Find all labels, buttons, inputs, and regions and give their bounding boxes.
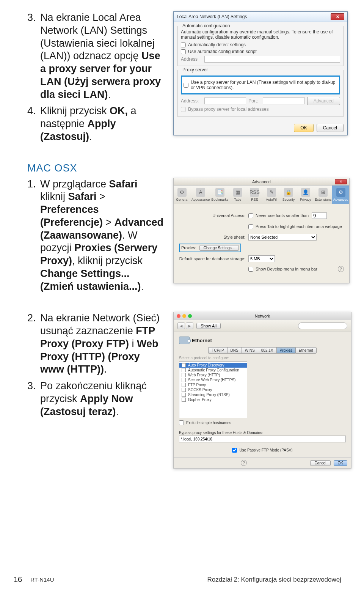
network-prefs-window: Network ◄ ► Show All Ethernet TCP/IPDNSW…	[173, 312, 351, 469]
auto-config-desc: Automatic configuration may override man…	[181, 29, 340, 40]
prefs-tab-autofill[interactable]: ✎AutoFill	[263, 186, 280, 204]
search-input[interactable]	[298, 322, 347, 329]
nav-buttons[interactable]: ◄ ►	[177, 322, 193, 329]
auto-script-address-input	[204, 56, 340, 63]
prefs-tab-general[interactable]: ⚙General	[174, 186, 191, 204]
close-icon[interactable]: ✕	[335, 179, 347, 184]
model-name: RT-N14U	[30, 576, 54, 583]
privacy-icon: 👤	[301, 188, 310, 197]
prefs-tab-appearance[interactable]: AAppearance	[191, 186, 211, 204]
proxies-label: Proxies:	[181, 245, 196, 250]
nav-back-icon[interactable]: ◄	[177, 322, 185, 329]
page-footer: 16 RT-N14U Rozdział 2: Konfiguracja siec…	[0, 575, 364, 584]
universal-access-label: Universal Access:	[179, 213, 245, 218]
step-text: Na ekranie Network (Sieć) usunąć zaznacz…	[40, 312, 164, 376]
storage-label: Default space for database storage:	[179, 256, 245, 261]
prefs-tab-privacy[interactable]: 👤Privacy	[297, 186, 314, 204]
instruction-step: 3.Na ekranie Local Area Network (LAN) Se…	[27, 11, 164, 101]
use-proxy-checkbox[interactable]: Use a proxy server for your LAN (These s…	[184, 80, 337, 90]
checkbox-icon[interactable]	[182, 393, 186, 397]
ethernet-icon	[179, 337, 190, 344]
checkbox-icon[interactable]	[182, 378, 186, 382]
highlighted-option: Use a proxy server for your LAN (These s…	[181, 76, 340, 94]
protocol-list[interactable]: Auto Proxy DiscoveryAutomatic Proxy Conf…	[179, 361, 247, 418]
page-number: 16	[14, 575, 22, 584]
bookmarks-icon: 📑	[215, 188, 224, 197]
step-text: W przglądarce Safari kliknij Safari > Pr…	[40, 178, 164, 293]
lan-settings-dialog: Local Area Network (LAN) Settings ✕ Auto…	[173, 11, 348, 135]
protocol-item[interactable]: Auto Proxy Discovery	[179, 363, 247, 368]
step-number: 2.	[27, 312, 40, 376]
lan-dialog-titlebar: Local Area Network (LAN) Settings ✕	[174, 12, 347, 22]
protocol-item[interactable]: Web Proxy (HTTP)	[179, 373, 247, 378]
net-tab-dns[interactable]: DNS	[227, 347, 242, 354]
minimize-icon[interactable]	[182, 314, 186, 318]
instruction-step: 3.Po zakończeniu kliknąć przycisk Apply …	[27, 380, 164, 418]
close-icon[interactable]	[177, 314, 180, 318]
nav-forward-icon[interactable]: ►	[186, 322, 193, 329]
show-all-button[interactable]: Show All	[196, 323, 221, 329]
checkbox-icon[interactable]	[182, 368, 186, 372]
proxy-address-label: Address:	[181, 98, 202, 104]
auto-script-checkbox[interactable]: Use automatic configuration script	[181, 49, 340, 54]
net-tab-8021x[interactable]: 802.1X	[258, 347, 276, 354]
exclude-hostnames-checkbox[interactable]: Exclude simple hostnames	[179, 420, 260, 425]
instruction-step: 1.W przglądarce Safari kliknij Safari > …	[27, 178, 164, 293]
chapter-label: Rozdział 2: Konfiguracja sieci bezprzewo…	[207, 576, 341, 584]
net-tab-tcpip[interactable]: TCP/IP	[208, 347, 227, 354]
checkbox-icon[interactable]	[182, 398, 186, 402]
ethernet-label: Ethernet	[192, 338, 212, 343]
bypass-hosts-input[interactable]	[179, 436, 346, 442]
ok-button[interactable]: OK	[334, 460, 347, 466]
protocol-item[interactable]: Gopher Proxy	[179, 397, 247, 402]
protocol-item[interactable]: Secure Web Proxy (HTTPS)	[179, 378, 247, 382]
font-size-input[interactable]	[312, 212, 327, 219]
tab-highlight-checkbox[interactable]: Press Tab to highlight each item on a we…	[248, 224, 342, 229]
appearance-icon: A	[196, 188, 205, 197]
checkbox-icon[interactable]	[182, 373, 186, 377]
cancel-button[interactable]: Cancel	[317, 124, 344, 132]
prefs-tab-advanced[interactable]: ⚙Advanced	[332, 186, 349, 204]
help-icon[interactable]: ?	[241, 460, 247, 466]
cancel-button[interactable]: Cancel	[310, 460, 330, 466]
change-settings-button[interactable]: Change Settings...	[199, 245, 239, 251]
protocol-item[interactable]: Streaming Proxy (RTSP)	[179, 392, 247, 397]
protocol-item[interactable]: SOCKS Proxy	[179, 387, 247, 392]
checkbox-icon[interactable]	[182, 363, 186, 367]
prefs-tab-extensions[interactable]: ⊞Extensions	[314, 186, 332, 204]
checkbox-icon[interactable]	[182, 383, 186, 387]
prefs-tab-security[interactable]: 🔒Security	[280, 186, 297, 204]
net-tab-proxies[interactable]: Proxies	[276, 347, 295, 354]
develop-menu-checkbox[interactable]: Show Develop menu in menu bar	[248, 267, 317, 272]
address-label: Address	[181, 57, 202, 62]
step-text: Po zakończeniu kliknąć przycisk Apply No…	[40, 380, 164, 418]
protocol-item[interactable]: Automatic Proxy Configuration	[179, 368, 247, 373]
close-icon[interactable]: ✕	[331, 13, 344, 20]
general-icon: ⚙	[177, 188, 187, 197]
ok-button[interactable]: OK	[294, 124, 313, 132]
help-icon[interactable]: ?	[338, 266, 344, 272]
style-sheet-label: Style sheet:	[179, 235, 245, 239]
checkbox-icon[interactable]	[182, 388, 186, 392]
storage-select[interactable]: 5 MB	[248, 255, 275, 262]
prefs-tab-bookmarks[interactable]: 📑Bookmarks	[210, 186, 229, 204]
step-text: Kliknij przycisk OK, a następnie Apply (…	[40, 105, 164, 143]
net-tab-wins[interactable]: WINS	[242, 347, 258, 354]
instruction-step: 4.Kliknij przycisk OK, a następnie Apply…	[27, 105, 164, 143]
style-sheet-select[interactable]: None Selected	[248, 234, 317, 241]
group-title-proxy: Proxy server	[181, 67, 209, 72]
security-icon: 🔒	[284, 188, 293, 197]
proxy-server-group: Proxy server Use a proxy server for your…	[177, 70, 344, 117]
net-tab-ethernet[interactable]: Ethernet	[295, 347, 317, 354]
prefs-tab-tabs[interactable]: ▦Tabs	[229, 186, 246, 204]
never-font-checkbox[interactable]: Never use fonts smaller than	[248, 213, 309, 218]
prefs-tab-rss[interactable]: RSSRSS	[246, 186, 263, 204]
auto-detect-checkbox[interactable]: Automatically detect settings	[181, 42, 340, 47]
protocol-item[interactable]: FTP Proxy	[179, 382, 247, 387]
zoom-icon[interactable]	[188, 314, 192, 318]
proxy-port-label: Port:	[248, 98, 260, 104]
prefs-toolbar: ⚙GeneralAAppearance📑Bookmarks▦TabsRSSRSS…	[174, 186, 349, 204]
instruction-step: 2.Na ekranie Network (Sieć) usunąć zazna…	[27, 312, 164, 376]
step-text: Na ekranie Local Area Network (LAN) Sett…	[40, 11, 164, 101]
passive-ftp-checkbox[interactable]: Use Passive FTP Mode (PASV)	[179, 448, 346, 453]
